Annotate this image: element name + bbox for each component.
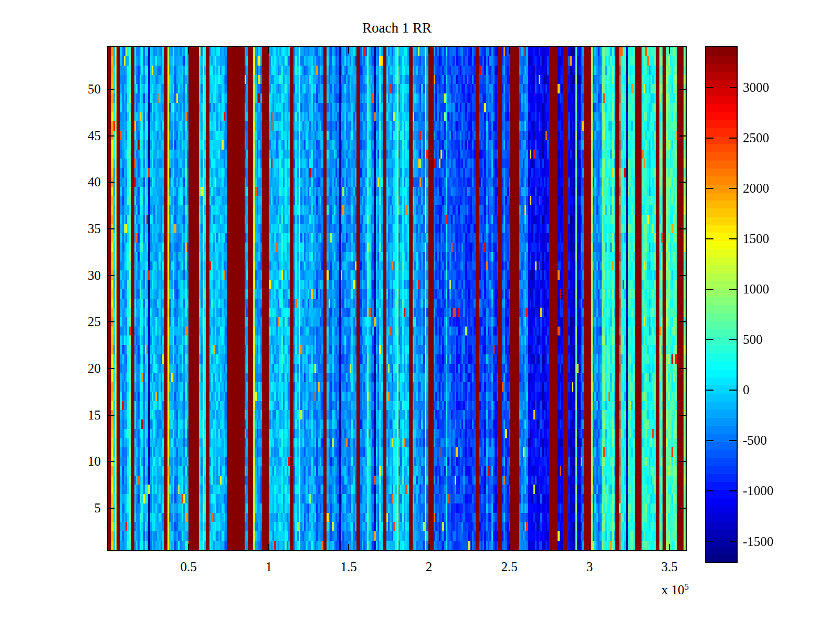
x-tick-mark-top: [669, 47, 670, 54]
y-tick-mark-right: [679, 368, 686, 369]
y-tick-mark-right: [679, 135, 686, 136]
colorbar-tick-mark-right: [729, 238, 737, 239]
colorbar-tick-label: 3000: [743, 79, 816, 96]
colorbar-tick-label: 1500: [743, 230, 816, 247]
colorbar-tick-mark: [706, 440, 713, 441]
x-tick-mark: [188, 544, 189, 550]
y-tick-mark-right: [679, 182, 686, 183]
x-tick-mark-top: [348, 47, 349, 54]
colorbar-tick-mark: [706, 339, 713, 340]
y-tick-mark: [108, 508, 114, 509]
colorbar-tick-mark-right: [729, 541, 737, 542]
y-tick-mark: [108, 415, 114, 416]
x-tick-mark: [348, 544, 349, 550]
colorbar-tick-mark: [706, 289, 713, 290]
colorbar-tick-label: 2500: [743, 130, 816, 146]
y-tick-label: 10: [52, 453, 101, 470]
colorbar-tick-mark: [706, 238, 713, 239]
colorbar-tick-label: 1000: [743, 281, 816, 298]
x-tick-mark: [589, 544, 590, 550]
y-tick-mark: [108, 182, 114, 183]
chart-title: Roach 1 RR: [108, 19, 686, 37]
x-tick-mark: [509, 544, 510, 550]
y-tick-mark: [108, 368, 114, 369]
colorbar-tick-label: 0: [743, 382, 816, 398]
y-tick-mark: [108, 89, 114, 90]
y-tick-mark-right: [679, 275, 686, 276]
colorbar-tick-mark: [706, 87, 713, 88]
x-tick-label: 1: [243, 559, 295, 575]
y-tick-mark-right: [679, 415, 686, 416]
x-tick-label: 2.5: [483, 559, 536, 575]
y-tick-mark: [108, 275, 114, 276]
x-tick-label: 2: [403, 559, 455, 575]
y-tick-label: 30: [52, 267, 101, 284]
colorbar-tick-label: 500: [743, 331, 816, 348]
colorbar-tick-mark-right: [729, 289, 737, 290]
x-tick-label: 3.5: [643, 559, 696, 575]
x-tick-mark: [268, 544, 269, 550]
y-tick-mark-right: [679, 321, 686, 322]
x-tick-mark-top: [589, 47, 590, 54]
colorbar-tick-mark: [706, 390, 713, 391]
x-tick-mark-top: [509, 47, 510, 54]
y-tick-label: 45: [52, 128, 101, 144]
x-tick-label: 3: [563, 559, 616, 575]
colorbar-tick-mark-right: [729, 87, 737, 88]
heatmap-canvas: [108, 47, 686, 550]
colorbar-tick-mark-right: [729, 440, 737, 441]
colorbar-tick-mark: [706, 188, 713, 189]
colorbar-tick-mark-right: [729, 390, 737, 391]
y-tick-label: 15: [52, 407, 101, 424]
colorbar-tick-label: -1000: [743, 482, 816, 499]
x-tick-mark-top: [428, 47, 429, 54]
y-tick-label: 25: [52, 313, 101, 330]
colorbar-tick-mark-right: [729, 490, 737, 491]
x-tick-label: 0.5: [162, 559, 215, 575]
y-tick-label: 20: [52, 360, 101, 377]
y-tick-mark-right: [679, 228, 686, 229]
colorbar-tick-mark: [706, 541, 713, 542]
colorbar-tick-mark-right: [729, 138, 737, 139]
y-tick-mark: [108, 228, 114, 229]
y-tick-label: 40: [52, 174, 101, 191]
x-tick-mark-top: [188, 47, 189, 54]
x-tick-mark: [669, 544, 670, 550]
colorbar-tick-mark-right: [729, 188, 737, 189]
x-axis-exponent-label: x 105: [604, 579, 689, 598]
y-tick-label: 5: [52, 500, 101, 517]
colorbar-tick-label: 2000: [743, 180, 816, 197]
colorbar-canvas: [706, 47, 737, 562]
y-tick-label: 35: [52, 220, 101, 237]
colorbar-tick-mark: [706, 490, 713, 491]
x-tick-mark: [428, 544, 429, 550]
y-tick-mark: [108, 321, 114, 322]
y-tick-label: 50: [52, 81, 101, 98]
y-tick-mark-right: [679, 89, 686, 90]
y-tick-mark-right: [679, 461, 686, 462]
x-tick-mark-top: [268, 47, 269, 54]
colorbar-tick-label: -500: [743, 432, 816, 449]
figure-window: Roach 1 RR x 105 0.511.522.533.551015202…: [0, 0, 840, 630]
x-tick-label: 1.5: [322, 559, 375, 575]
y-tick-mark: [108, 135, 114, 136]
colorbar-tick-mark-right: [729, 339, 737, 340]
y-tick-mark-right: [679, 508, 686, 509]
y-tick-mark: [108, 461, 114, 462]
colorbar-tick-label: -1500: [743, 533, 816, 550]
colorbar-tick-mark: [706, 138, 713, 139]
